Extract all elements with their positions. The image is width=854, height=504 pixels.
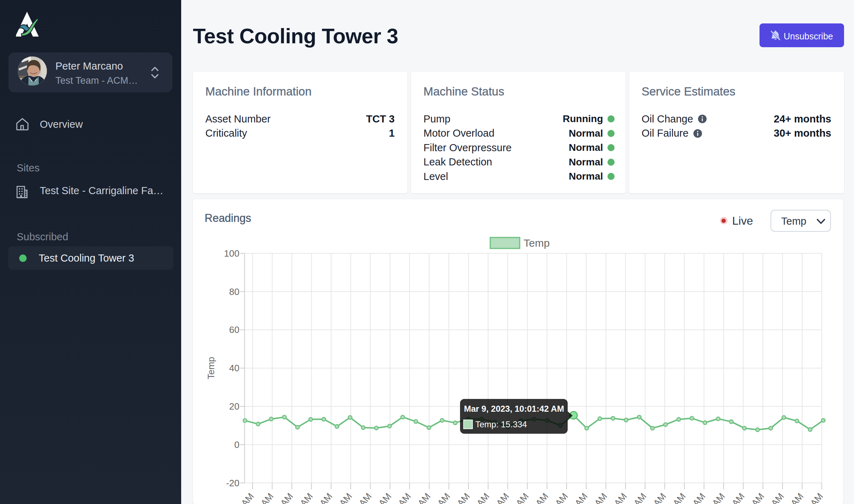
svg-text:AM: AM [376, 491, 393, 504]
svg-text:AM: AM [710, 491, 727, 504]
svg-text:Temp: 15.334: Temp: 15.334 [475, 420, 527, 429]
svg-text:AM: AM [239, 491, 256, 504]
svg-text:AM: AM [396, 491, 413, 504]
svg-text:AM: AM [318, 491, 335, 504]
svg-text:AM: AM [298, 491, 315, 504]
svg-text:AM: AM [514, 491, 531, 504]
svg-text:-20: -20 [226, 478, 239, 488]
svg-text:AM: AM [632, 491, 649, 504]
svg-text:AM: AM [533, 491, 550, 504]
svg-text:AM: AM [494, 491, 511, 504]
svg-text:AM: AM [769, 491, 786, 504]
svg-text:80: 80 [229, 286, 239, 297]
svg-text:20: 20 [229, 401, 239, 412]
svg-text:AM: AM [455, 491, 472, 504]
svg-text:AM: AM [337, 491, 354, 504]
svg-text:40: 40 [229, 363, 239, 373]
svg-text:AM: AM [357, 491, 374, 504]
svg-text:AM: AM [808, 491, 825, 504]
svg-text:AM: AM [730, 491, 747, 504]
svg-text:Mar 9, 2023, 10:01:42 AM: Mar 9, 2023, 10:01:42 AM [464, 404, 564, 413]
svg-text:AM: AM [651, 491, 668, 504]
svg-text:AM: AM [612, 491, 629, 504]
svg-text:AM: AM [789, 491, 806, 504]
svg-text:AM: AM [475, 491, 492, 504]
svg-text:AM: AM [749, 491, 766, 504]
svg-text:0: 0 [234, 439, 239, 450]
svg-text:AM: AM [278, 491, 295, 504]
svg-text:100: 100 [224, 248, 239, 259]
svg-text:AM: AM [553, 491, 570, 504]
svg-text:Temp: Temp [206, 357, 216, 379]
svg-text:Temp: Temp [524, 237, 550, 249]
svg-text:AM: AM [671, 491, 688, 504]
svg-text:AM: AM [592, 491, 609, 504]
svg-text:AM: AM [690, 491, 707, 504]
svg-text:AM: AM [416, 491, 433, 504]
svg-text:AM: AM [259, 491, 276, 504]
svg-text:AM: AM [573, 491, 590, 504]
svg-text:AM: AM [435, 491, 452, 504]
svg-text:60: 60 [229, 324, 239, 335]
